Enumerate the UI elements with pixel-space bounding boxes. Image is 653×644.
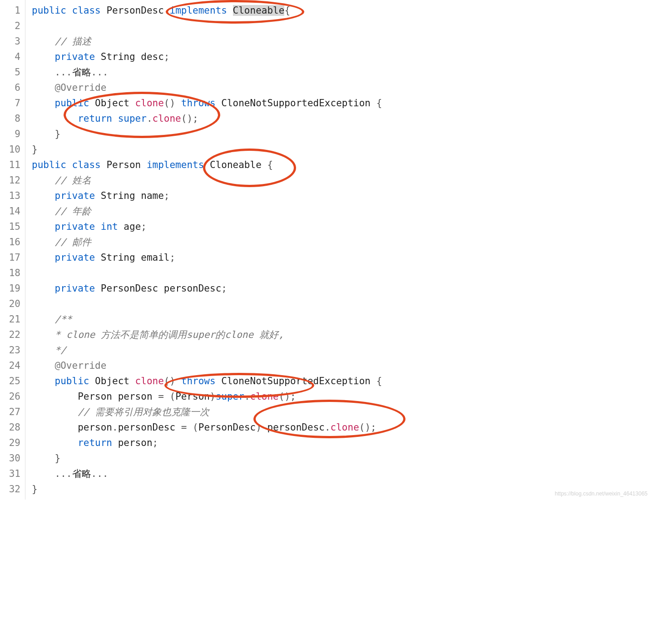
line-number: 16: [0, 234, 25, 250]
line-number: 20: [0, 296, 25, 312]
code-line[interactable]: // 年龄: [32, 203, 653, 219]
code-line[interactable]: }: [32, 142, 653, 157]
code-line[interactable]: private String desc;: [32, 49, 653, 64]
line-number: 10: [0, 142, 25, 157]
line-number: 15: [0, 219, 25, 234]
code-line[interactable]: // 需要将引用对象也克隆一次: [32, 404, 653, 420]
line-number: 25: [0, 373, 25, 389]
line-number: 12: [0, 173, 25, 188]
line-number: 30: [0, 451, 25, 466]
line-number: 8: [0, 111, 25, 126]
code-line[interactable]: [32, 296, 653, 312]
line-number: 6: [0, 80, 25, 95]
code-line[interactable]: public Object clone() throws CloneNotSup…: [32, 373, 653, 389]
line-number: 13: [0, 188, 25, 203]
code-line[interactable]: @Override: [32, 80, 653, 95]
line-number: 23: [0, 342, 25, 358]
line-number: 11: [0, 157, 25, 173]
code-line[interactable]: [32, 265, 653, 281]
code-line[interactable]: public class PersonDesc implements Clone…: [32, 3, 653, 18]
line-number: 31: [0, 466, 25, 481]
code-line[interactable]: private String name;: [32, 188, 653, 203]
code-line[interactable]: }: [32, 451, 653, 466]
line-number: 24: [0, 358, 25, 373]
line-number: 27: [0, 404, 25, 420]
line-number: 7: [0, 95, 25, 111]
line-number: 3: [0, 34, 25, 49]
line-number: 4: [0, 49, 25, 64]
code-line[interactable]: private String email;: [32, 250, 653, 265]
line-number: 18: [0, 265, 25, 281]
code-line[interactable]: }: [32, 126, 653, 142]
code-line[interactable]: private int age;: [32, 219, 653, 234]
code-line[interactable]: public class Person implements Cloneable…: [32, 157, 653, 173]
code-line[interactable]: */: [32, 342, 653, 358]
code-line[interactable]: return person;: [32, 435, 653, 451]
code-line[interactable]: /**: [32, 312, 653, 327]
line-number-gutter: 1234567891011121314151617181920212223242…: [0, 0, 25, 500]
line-number: 32: [0, 481, 25, 497]
line-number: 17: [0, 250, 25, 265]
code-line[interactable]: // 邮件: [32, 234, 653, 250]
code-line[interactable]: ...省略...: [32, 466, 653, 481]
line-number: 29: [0, 435, 25, 451]
line-number: 28: [0, 420, 25, 435]
code-line[interactable]: [32, 18, 653, 34]
code-line[interactable]: private PersonDesc personDesc;: [32, 281, 653, 296]
code-line[interactable]: person.personDesc = (PersonDesc) personD…: [32, 420, 653, 435]
code-line[interactable]: // 姓名: [32, 173, 653, 188]
code-line[interactable]: public Object clone() throws CloneNotSup…: [32, 95, 653, 111]
line-number: 9: [0, 126, 25, 142]
code-line[interactable]: @Override: [32, 358, 653, 373]
line-number: 5: [0, 64, 25, 80]
code-area[interactable]: public class PersonDesc implements Clone…: [25, 0, 653, 500]
line-number: 19: [0, 281, 25, 296]
line-number: 1: [0, 3, 25, 18]
code-line[interactable]: * clone 方法不是简单的调用super的clone 就好,: [32, 327, 653, 342]
line-number: 2: [0, 18, 25, 34]
line-number: 21: [0, 312, 25, 327]
line-number: 14: [0, 203, 25, 219]
code-container: 1234567891011121314151617181920212223242…: [0, 0, 653, 500]
code-line[interactable]: Person person = (Person)super.clone();: [32, 389, 653, 404]
watermark: https://blog.csdn.net/weixin_46413065: [555, 490, 648, 497]
code-line[interactable]: ...省略...: [32, 64, 653, 80]
line-number: 26: [0, 389, 25, 404]
line-number: 22: [0, 327, 25, 342]
code-line[interactable]: return super.clone();: [32, 111, 653, 126]
code-line[interactable]: // 描述: [32, 34, 653, 49]
